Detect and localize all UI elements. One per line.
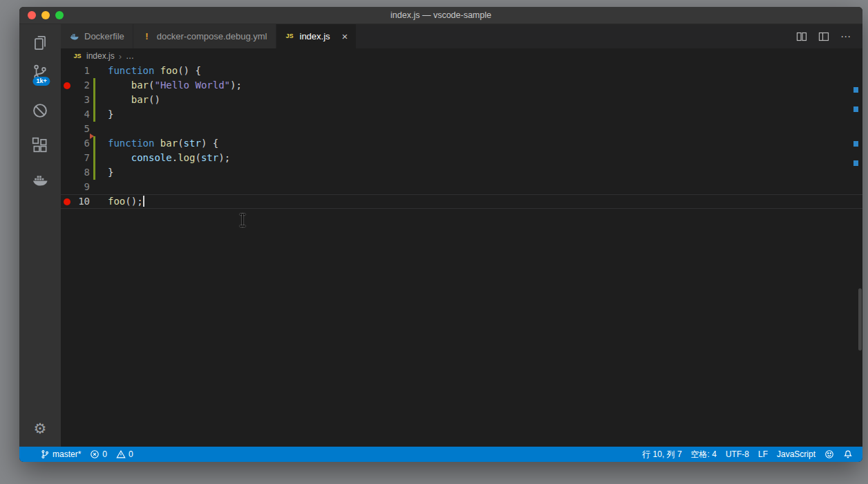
git-added-indicator	[93, 78, 95, 93]
code-line-5[interactable]: 5	[61, 122, 862, 136]
code-token: );	[230, 80, 242, 91]
code-token: );	[218, 152, 230, 163]
status-language-mode[interactable]: JavaScript	[777, 449, 815, 459]
status-git-branch-label: master*	[53, 449, 81, 459]
code-line-9[interactable]: 9	[61, 180, 862, 194]
error-icon	[90, 449, 100, 459]
overview-ruler-mark	[853, 160, 858, 166]
code-area[interactable]: 1function foo() {2 bar("Hello World");3 …	[61, 64, 862, 447]
breakpoint-margin[interactable]	[61, 122, 75, 136]
activity-item-source-control[interactable]: 1k+	[19, 62, 61, 82]
code-token: log	[178, 152, 195, 163]
code-text: function foo() {	[100, 64, 201, 78]
status-git-branch[interactable]: master*	[40, 449, 81, 459]
breakpoint-margin[interactable]	[61, 151, 75, 165]
code-line-7[interactable]: 7 console.log(str);	[61, 151, 862, 165]
activity-item-extensions[interactable]	[19, 136, 61, 155]
code-line-1[interactable]: 1function foo() {	[61, 64, 862, 78]
status-errors-label: 0	[102, 449, 107, 459]
layout-icon[interactable]	[818, 31, 829, 42]
breadcrumb[interactable]: JS index.js › …	[61, 48, 862, 64]
breakpoint-margin[interactable]	[61, 165, 75, 180]
code-token: }	[108, 109, 113, 120]
code-token: }	[108, 167, 113, 178]
main-row: 1k+⚙ Dockerfile!docker-compose.debug.yml…	[19, 24, 862, 447]
line-number: 6	[75, 136, 90, 151]
activity-item-docker[interactable]	[19, 170, 61, 189]
breakpoint-margin[interactable]	[61, 93, 75, 107]
traffic-lights	[28, 11, 64, 19]
status-warnings-label: 0	[129, 449, 133, 459]
close-window-button[interactable]	[28, 11, 36, 19]
line-number: 8	[75, 165, 90, 180]
minimize-window-button[interactable]	[41, 11, 50, 19]
activity-item-debug[interactable]	[19, 101, 61, 120]
tabs: Dockerfile!docker-compose.debug.ymlJSind…	[61, 24, 357, 48]
window-title: index.js — vscode-sample	[390, 10, 491, 20]
ellipsis-icon[interactable]: ⋯	[840, 31, 851, 42]
status-cursor-position-label: 行 10, 列 7	[642, 449, 681, 460]
line-number: 7	[75, 151, 90, 165]
vscode-window: index.js — vscode-sample 1k+⚙ Dockerfile…	[19, 7, 862, 462]
line-number: 1	[75, 64, 90, 78]
code-line-2[interactable]: 2 bar("Hello World");	[61, 78, 862, 93]
tab-Dockerfile[interactable]: Dockerfile	[61, 24, 133, 48]
code-text: function bar(str) {	[100, 136, 218, 151]
status-feedback[interactable]	[824, 449, 834, 459]
breakpoint-margin[interactable]	[61, 64, 75, 78]
breakpoint-margin[interactable]	[61, 180, 75, 194]
status-bar: master*00 行 10, 列 7空格: 4UTF-8LFJavaScrip…	[19, 447, 862, 462]
scrollbar-thumb[interactable]	[858, 288, 862, 351]
breadcrumb-file[interactable]: index.js	[86, 51, 115, 61]
breakpoint-icon[interactable]	[64, 198, 70, 205]
code-token: .	[172, 152, 178, 163]
breakpoint-icon[interactable]	[64, 82, 70, 89]
code-line-8[interactable]: 8}	[61, 165, 862, 180]
tab-label: index.js	[300, 31, 330, 41]
status-warnings[interactable]: 0	[116, 449, 133, 459]
breadcrumb-symbol[interactable]: …	[126, 51, 134, 61]
activity-item-explorer[interactable]	[19, 33, 61, 53]
line-number: 10	[75, 194, 90, 209]
git-gutter	[90, 107, 100, 122]
debug-icon	[31, 102, 49, 120]
code-text: bar("Hello World");	[100, 78, 242, 93]
breakpoint-margin[interactable]	[61, 194, 75, 209]
status-indentation[interactable]: 空格: 4	[691, 449, 717, 460]
status-encoding[interactable]: UTF-8	[726, 449, 749, 459]
code-token: ) {	[201, 138, 218, 149]
overview-ruler-mark	[853, 141, 858, 147]
code-line-4[interactable]: 4}	[61, 107, 862, 122]
code-line-6[interactable]: 6function bar(str) {	[61, 136, 862, 151]
tab-close-icon[interactable]: ×	[342, 31, 348, 41]
status-notifications[interactable]	[843, 449, 853, 459]
zoom-window-button[interactable]	[55, 11, 64, 19]
code-text: console.log(str);	[100, 151, 230, 165]
tab-index.js[interactable]: JSindex.js×	[276, 24, 357, 48]
tab-label: docker-compose.debug.yml	[157, 31, 267, 41]
split-editor-icon[interactable]	[796, 31, 807, 42]
git-gutter	[90, 151, 100, 165]
breadcrumb-separator-icon: ›	[119, 51, 122, 62]
code-token: foo	[108, 196, 125, 207]
breakpoint-margin[interactable]	[61, 107, 75, 122]
smiley-icon	[824, 449, 834, 459]
code-token: foo	[160, 65, 178, 76]
code-token: console	[131, 152, 172, 163]
code-line-10[interactable]: 10foo();	[61, 194, 862, 209]
status-eol[interactable]: LF	[758, 449, 768, 459]
status-language-mode-label: JavaScript	[777, 449, 815, 459]
code-editor[interactable]: 1function foo() {2 bar("Hello World");3 …	[61, 64, 862, 447]
git-gutter	[90, 93, 100, 107]
status-errors[interactable]: 0	[90, 449, 107, 459]
status-cursor-position[interactable]: 行 10, 列 7	[642, 449, 681, 460]
js-icon: JS	[285, 31, 295, 41]
titlebar[interactable]: index.js — vscode-sample	[19, 7, 862, 24]
status-encoding-label: UTF-8	[726, 449, 749, 459]
code-line-3[interactable]: 3 bar()	[61, 93, 862, 107]
breakpoint-margin[interactable]	[61, 136, 75, 151]
activity-item-settings[interactable]: ⚙	[19, 419, 61, 438]
code-text	[100, 122, 108, 136]
tab-docker-compose.debug.yml[interactable]: !docker-compose.debug.yml	[133, 24, 276, 48]
breakpoint-margin[interactable]	[61, 78, 75, 93]
